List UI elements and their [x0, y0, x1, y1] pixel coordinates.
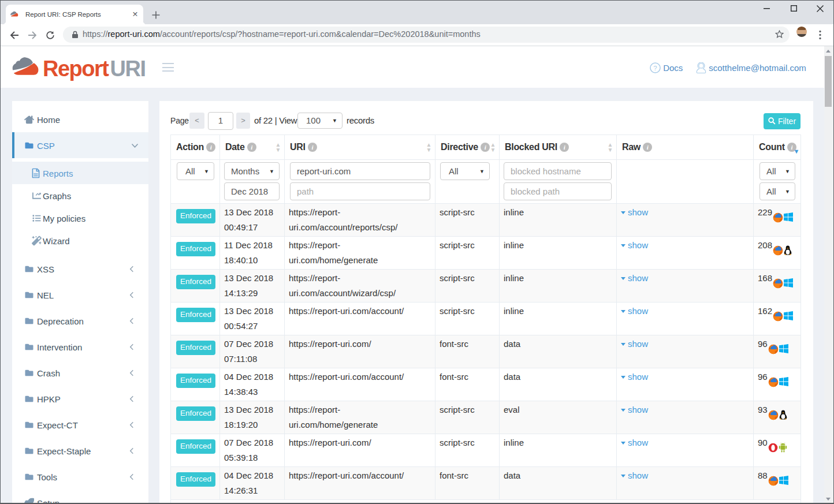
svg-text:?: ?	[653, 65, 657, 72]
